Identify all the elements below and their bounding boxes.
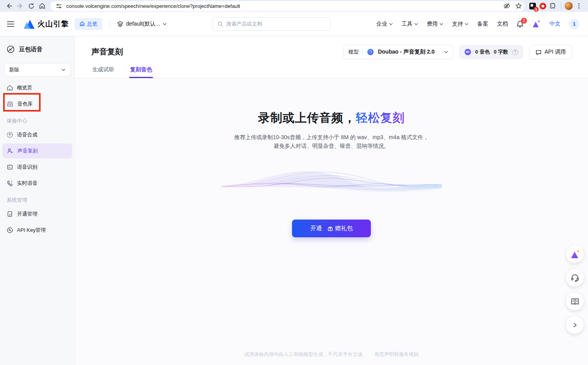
chevron-down-icon [163, 23, 167, 25]
sidebar-item-realtime[interactable]: 实时语音 [2, 176, 72, 191]
browser-reload-icon[interactable] [26, 1, 36, 11]
chevron-right-icon [573, 322, 577, 328]
sidebar-item-activation[interactable]: 开通管理 [2, 207, 72, 222]
ai-mountain-icon [570, 250, 580, 259]
quota-stats: 0 音色 0 字数 ? [459, 45, 523, 59]
tab-bar: 生成试听 复刻音色 [75, 59, 588, 78]
nav-icp[interactable]: 备案 [477, 20, 488, 28]
volcengine-mountain-icon [23, 19, 35, 29]
privacy-eye-off-icon[interactable] [502, 2, 511, 10]
browser-forward-icon[interactable] [15, 1, 25, 11]
overview-button[interactable]: 总览 [74, 18, 102, 30]
quota-icon [464, 48, 471, 56]
voice-clone-icon [7, 148, 13, 154]
help-icon[interactable]: ? [512, 49, 518, 55]
gift-icon [327, 226, 333, 231]
site-info-icon[interactable] [54, 2, 63, 10]
hamburger-menu-icon[interactable] [4, 17, 17, 31]
doubao-model-icon [367, 48, 374, 56]
console-header: 火山引擎 总览 default(默认... 企业 工具 费用 支持 备案 文档 … [0, 12, 588, 36]
project-name: default(默认... [126, 20, 160, 28]
sidebar-section-experience: 体验中心 [0, 113, 74, 126]
bookmark-star-icon[interactable] [514, 2, 523, 10]
user-avatar[interactable]: 1 [569, 19, 579, 29]
activate-button[interactable]: 开通 赠礼包 [292, 220, 371, 237]
model-selector[interactable]: 模型 Doubao - 声音复刻 2.0 [343, 45, 453, 59]
hero-heading: 录制或上传音频，轻松复刻 [258, 110, 405, 126]
extension-adblock-icon[interactable] [538, 1, 547, 11]
ai-helper-button[interactable] [566, 245, 584, 263]
hero-description-line1: 推荐上传或录制10-30s音频，上传支持小于 8M 的 wav、mp3、m4a … [234, 133, 428, 142]
sidebar-item-voice-library[interactable]: 音色库 [2, 97, 72, 112]
main-panel: 声音复刻 模型 Doubao - 声音复刻 2.0 0 音色 0 字数 ? [75, 36, 588, 365]
collapse-button[interactable] [566, 316, 584, 334]
sidebar-item-voice-clone[interactable]: 声音复刻 [2, 143, 72, 158]
docs-button[interactable] [566, 292, 584, 310]
sidebar-product-title[interactable]: 豆包语音 [0, 39, 74, 58]
chevron-down-icon [439, 23, 443, 25]
browser-divider [561, 3, 561, 9]
browser-home-icon[interactable] [37, 1, 47, 11]
layers-icon [117, 21, 123, 27]
volcengine-logo[interactable]: 火山引擎 [23, 19, 69, 29]
hero-description: 推荐上传或录制10-30s音频，上传支持小于 8M 的 wav、mp3、m4a … [234, 133, 428, 150]
chevron-down-icon [444, 51, 448, 53]
search-icon [218, 21, 223, 27]
language-switch[interactable]: 中文 [549, 20, 560, 28]
sidebar-item-overview[interactable]: 概览页 [2, 80, 72, 95]
global-search[interactable] [212, 17, 331, 31]
extension-chat-icon[interactable]: 1 [528, 1, 537, 11]
chevron-down-icon [61, 69, 65, 71]
logo-text: 火山引擎 [37, 19, 69, 29]
browser-profile-avatar[interactable] [564, 2, 573, 10]
browser-toolbar: console.volcengine.com/speech/new/experi… [0, 0, 588, 12]
overview-label: 总览 [87, 20, 97, 28]
hero-description-line2: 避免多人对话、明显杂音、噪音、混响等情况。 [234, 142, 428, 151]
api-chat-icon [536, 49, 541, 55]
key-icon [7, 227, 13, 233]
customer-service-button[interactable] [566, 269, 584, 287]
version-selector[interactable]: 新版 [4, 63, 71, 76]
nav-docs[interactable]: 文档 [497, 20, 508, 28]
extensions-puzzle-icon[interactable] [548, 1, 558, 11]
project-selector[interactable]: default(默认... [117, 20, 167, 28]
sidebar-item-api-key[interactable]: API Key管理 [2, 223, 72, 238]
clone-content: 录制或上传音频，轻松复刻 推荐上传或录制10-30s音频，上传支持小于 8M 的… [75, 78, 588, 365]
notification-bell-icon[interactable]: 2 [517, 20, 523, 28]
tab-clone-voice[interactable]: 复刻音色 [129, 66, 153, 78]
sidebar-section-system: 系统管理 [0, 192, 74, 205]
chevron-down-icon [465, 23, 469, 25]
floating-buttons [566, 245, 584, 334]
nav-enterprise[interactable]: 企业 [376, 20, 393, 28]
bell-badge: 2 [521, 18, 527, 24]
sidebar-item-asr[interactable]: 语音识别 [2, 160, 72, 175]
chevron-down-icon [389, 23, 393, 25]
realtime-voice-icon [7, 180, 13, 186]
speech-recognition-icon [7, 164, 13, 170]
ai-assistant-icon[interactable] [532, 20, 541, 28]
nav-billing[interactable]: 费用 [427, 20, 443, 28]
nav-tools[interactable]: 工具 [402, 20, 418, 28]
tab-generate-preview[interactable]: 生成试听 [91, 66, 115, 78]
voice-card-icon [7, 101, 13, 107]
header-divider [110, 20, 110, 28]
header-nav: 企业 工具 费用 支持 备案 文档 2 中文 1 [376, 19, 579, 29]
doubao-voice-icon [6, 45, 15, 54]
document-icon [7, 211, 13, 217]
browser-back-icon[interactable] [4, 1, 14, 11]
nav-support[interactable]: 支持 [452, 20, 469, 28]
footer-terms-link[interactable]: 免责声明和服务规则 [374, 351, 419, 358]
sidebar-item-tts[interactable]: 语音合成 [2, 127, 72, 142]
chevron-down-icon [414, 23, 418, 25]
home-icon [7, 85, 13, 91]
headset-icon [571, 274, 579, 282]
waveform-graphic [221, 164, 442, 203]
gift-label: 赠礼包 [335, 225, 353, 232]
model-value: Doubao - 声音复刻 2.0 [378, 48, 435, 56]
search-input[interactable] [226, 21, 326, 27]
address-bar[interactable]: console.volcengine.com/speech/new/experi… [50, 1, 525, 11]
speech-synthesis-icon [7, 132, 13, 138]
api-call-button[interactable]: API 调用 [529, 45, 572, 59]
browser-menu-dots-icon[interactable] [574, 1, 584, 11]
voice-count: 0 音色 [475, 48, 490, 56]
